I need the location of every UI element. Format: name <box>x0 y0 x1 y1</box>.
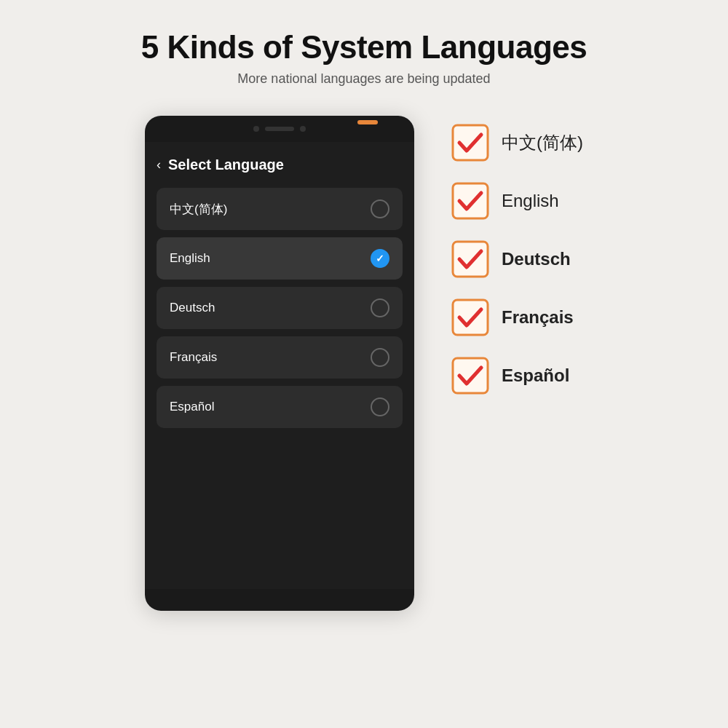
radio-espanol[interactable] <box>371 397 389 416</box>
legend-label-english: English <box>502 191 559 211</box>
radio-chinese[interactable] <box>371 199 389 218</box>
checkbox-icon-espanol <box>451 356 490 395</box>
tablet-mockup: ‹ Select Language 中文(简体) English Deutsch <box>145 116 414 611</box>
legend-item-deutsch: Deutsch <box>451 240 583 279</box>
legend-item-chinese: 中文(简体) <box>451 123 583 162</box>
screen-title: Select Language <box>168 157 284 173</box>
main-title: 5 Kinds of System Languages <box>141 29 587 66</box>
checkbox-icon-francais <box>451 298 490 337</box>
language-list: 中文(简体) English Deutsch Français Español <box>157 188 403 428</box>
tablet-bottom <box>145 589 414 611</box>
tablet-home-indicator <box>357 120 378 124</box>
language-name-deutsch: Deutsch <box>170 301 215 315</box>
checkbox-icon-english <box>451 181 490 221</box>
tablet-speaker <box>265 127 294 131</box>
radio-english[interactable] <box>371 249 389 268</box>
radio-deutsch[interactable] <box>371 298 389 317</box>
legend-label-deutsch: Deutsch <box>502 249 571 269</box>
legend-label-chinese: 中文(简体) <box>502 131 583 154</box>
content-area: ‹ Select Language 中文(简体) English Deutsch <box>0 116 728 611</box>
tablet-screen: ‹ Select Language 中文(简体) English Deutsch <box>145 142 414 589</box>
language-name-espanol: Español <box>170 400 214 414</box>
language-legend: 中文(简体) English Deutsch Français <box>451 116 583 395</box>
legend-item-espanol: Español <box>451 356 583 395</box>
tablet-camera <box>253 126 259 132</box>
legend-item-francais: Français <box>451 298 583 337</box>
language-name-english: English <box>170 251 210 266</box>
tablet-camera-right <box>300 126 306 132</box>
checkbox-icon-deutsch <box>451 240 490 279</box>
language-item-francais[interactable]: Français <box>157 336 403 379</box>
language-name-francais: Français <box>170 350 217 365</box>
legend-item-english: English <box>451 181 583 221</box>
language-item-chinese[interactable]: 中文(简体) <box>157 188 403 230</box>
back-button[interactable]: ‹ <box>157 157 161 173</box>
language-item-english[interactable]: English <box>157 237 403 280</box>
language-item-espanol[interactable]: Español <box>157 386 403 428</box>
page-header: 5 Kinds of System Languages More nationa… <box>141 29 587 87</box>
checkbox-icon-chinese <box>451 123 490 162</box>
language-name-chinese: 中文(简体) <box>170 201 227 218</box>
screen-header: ‹ Select Language <box>157 157 403 173</box>
language-item-deutsch[interactable]: Deutsch <box>157 287 403 329</box>
radio-francais[interactable] <box>371 348 389 367</box>
tablet-top-bar <box>145 116 414 142</box>
legend-label-espanol: Español <box>502 365 569 386</box>
legend-label-francais: Français <box>502 307 574 328</box>
subtitle: More national languages are being update… <box>141 71 587 87</box>
